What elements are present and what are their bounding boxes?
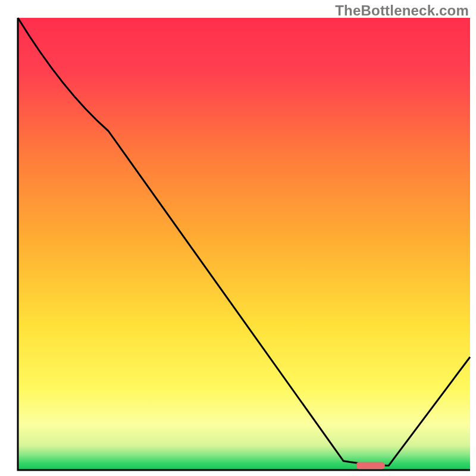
optimal-marker <box>356 462 385 469</box>
bottleneck-chart <box>0 0 476 476</box>
gradient-background <box>18 18 470 470</box>
chart-container: TheBottleneck.com <box>0 0 476 476</box>
